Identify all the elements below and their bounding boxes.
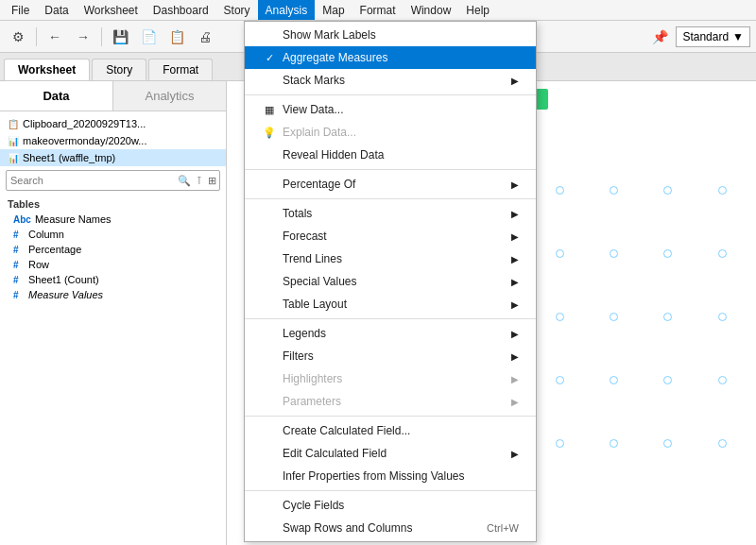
menu-table-layout[interactable]: Table Layout ▶ <box>245 293 536 315</box>
arrow-icon-legends: ▶ <box>511 329 519 339</box>
menu-totals[interactable]: Totals ▶ <box>245 202 536 225</box>
sep-4 <box>245 416 536 417</box>
menu-forecast[interactable]: Forecast ▶ <box>245 225 536 247</box>
menu-totals-label: Totals <box>283 207 312 220</box>
analysis-menu: Show Mark Labels ✓ Aggregate Measures St… <box>244 21 537 542</box>
sep-3 <box>245 318 536 319</box>
menu-forecast-label: Forecast <box>283 230 327 243</box>
menu-edit-calculated-label: Edit Calculated Field <box>283 447 387 460</box>
arrow-icon-trend: ▶ <box>511 254 519 264</box>
menu-legends-label: Legends <box>283 327 326 340</box>
menu-parameters: Parameters ▶ <box>245 390 536 413</box>
menu-filters-label: Filters <box>283 349 314 363</box>
arrow-icon-special: ▶ <box>511 277 519 287</box>
menu-trend-lines-label: Trend Lines <box>283 252 342 265</box>
check-icon-view-data: ▦ <box>262 104 277 116</box>
menu-filters[interactable]: Filters ▶ <box>245 345 536 367</box>
menu-swap-rows-columns[interactable]: Swap Rows and Columns Ctrl+W <box>245 517 536 539</box>
sep-2 <box>245 198 536 199</box>
menu-create-calculated[interactable]: Create Calculated Field... <box>245 419 536 442</box>
shortcut-swap: Ctrl+W <box>487 522 519 534</box>
menu-legends[interactable]: Legends ▶ <box>245 322 536 345</box>
menu-infer-properties[interactable]: Infer Properties from Missing Values <box>245 465 536 487</box>
menu-stack-marks-label: Stack Marks <box>283 74 345 87</box>
menu-show-mark-labels-label: Show Mark Labels <box>283 28 376 42</box>
menu-table-layout-label: Table Layout <box>283 298 347 311</box>
menu-explain-data-label: Explain Data... <box>283 126 356 139</box>
menu-infer-properties-label: Infer Properties from Missing Values <box>283 469 465 483</box>
menu-parameters-label: Parameters <box>283 395 341 408</box>
menu-stack-marks[interactable]: Stack Marks ▶ <box>245 69 536 92</box>
menu-percentage-of-label: Percentage Of <box>283 178 355 191</box>
menu-highlighters: Highlighters ▶ <box>245 367 536 390</box>
menu-reveal-hidden-label: Reveal Hidden Data <box>283 148 384 162</box>
menu-swap-rows-columns-label: Swap Rows and Columns <box>283 521 412 535</box>
menu-cycle-fields[interactable]: Cycle Fields <box>245 494 536 517</box>
arrow-icon-filters: ▶ <box>511 351 519 362</box>
menu-create-calculated-label: Create Calculated Field... <box>283 424 410 437</box>
menu-percentage-of[interactable]: Percentage Of ▶ <box>245 173 536 196</box>
menu-special-values-label: Special Values <box>283 275 357 288</box>
menu-edit-calculated[interactable]: Edit Calculated Field ▶ <box>245 442 536 465</box>
menu-special-values[interactable]: Special Values ▶ <box>245 270 536 293</box>
menu-highlighters-label: Highlighters <box>283 372 342 385</box>
arrow-icon-pct: ▶ <box>511 179 519 190</box>
menu-view-data[interactable]: ▦ View Data... <box>245 98 536 121</box>
menu-trend-lines[interactable]: Trend Lines ▶ <box>245 247 536 270</box>
menu-cycle-fields-label: Cycle Fields <box>283 499 344 512</box>
menu-view-data-label: View Data... <box>283 103 343 116</box>
menu-explain-data: 💡 Explain Data... <box>245 121 536 144</box>
sep-1 <box>245 169 536 170</box>
arrow-icon-parameters: ▶ <box>511 397 519 407</box>
arrow-icon-stack: ▶ <box>511 76 519 86</box>
menu-show-mark-labels[interactable]: Show Mark Labels <box>245 24 536 46</box>
arrow-icon-table-layout: ▶ <box>511 299 519 310</box>
sep-0 <box>245 94 536 95</box>
check-icon-explain: 💡 <box>262 127 277 139</box>
sep-5 <box>245 490 536 491</box>
arrow-icon-highlighters: ▶ <box>511 374 519 384</box>
menu-aggregate-measures-label: Aggregate Measures <box>283 51 387 64</box>
menu-aggregate-measures[interactable]: ✓ Aggregate Measures <box>245 46 536 69</box>
arrow-icon-forecast: ▶ <box>511 231 519 242</box>
arrow-icon-totals: ▶ <box>511 209 519 219</box>
check-icon-aggregate: ✓ <box>262 52 277 64</box>
arrow-icon-edit-calc: ▶ <box>511 449 519 459</box>
menu-reveal-hidden[interactable]: Reveal Hidden Data <box>245 144 536 166</box>
